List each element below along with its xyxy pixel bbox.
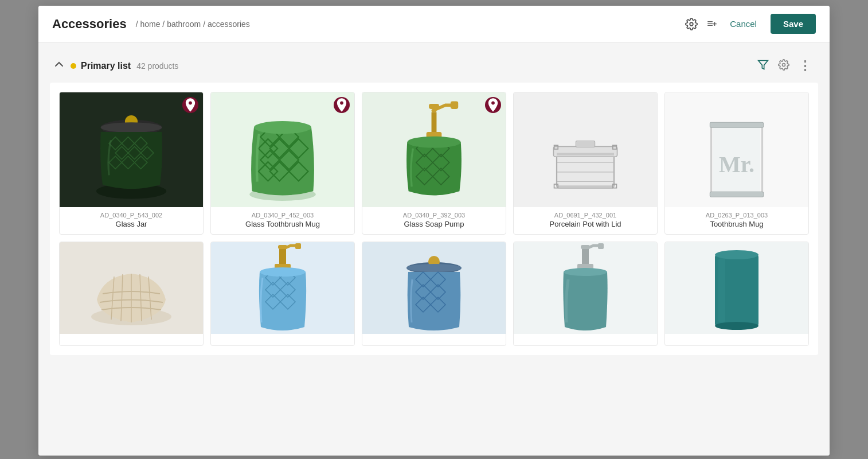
product-image xyxy=(60,92,203,207)
svg-point-0 xyxy=(690,22,693,26)
svg-rect-39 xyxy=(295,243,301,249)
product-info xyxy=(362,334,506,345)
product-info: AD_0340_P_543_002 Glass Jar xyxy=(60,207,203,234)
svg-rect-11 xyxy=(451,102,458,109)
product-image xyxy=(514,92,657,207)
status-dot xyxy=(71,63,76,69)
svg-rect-29 xyxy=(710,122,763,127)
product-image xyxy=(211,242,354,334)
product-sku: AD_0340_P_543_002 xyxy=(65,212,197,219)
save-button[interactable]: Save xyxy=(771,14,816,34)
product-info: AD_0340_P_392_003 Glass Soap Pump xyxy=(362,207,506,234)
product-card[interactable]: Mr. AD_0263_P_013_003 Toothbrush Mug xyxy=(664,92,809,235)
list-count: 42 products xyxy=(136,61,178,71)
svg-point-14 xyxy=(407,137,460,148)
product-info: AD_0691_P_432_001 Porcelain Pot with Lid xyxy=(514,207,657,234)
product-image xyxy=(665,242,808,334)
product-card[interactable] xyxy=(513,242,658,346)
add-columns-button[interactable]: ≡+ xyxy=(702,14,721,33)
svg-point-45 xyxy=(406,264,462,272)
product-image xyxy=(211,92,354,207)
product-card[interactable]: AD_0340_P_452_003 Glass Toothbrush Mug xyxy=(210,92,355,235)
product-name: Glass Toothbrush Mug xyxy=(217,220,349,228)
svg-point-42 xyxy=(260,267,306,277)
svg-rect-47 xyxy=(598,243,604,249)
svg-rect-31 xyxy=(710,192,763,197)
modal-body: Primary list 42 products ⋮ xyxy=(38,42,830,456)
svg-rect-17 xyxy=(557,153,614,155)
product-card[interactable] xyxy=(59,242,204,346)
modal-overlay: Accessories / home / bathroom / accessor… xyxy=(0,0,868,459)
collapse-button[interactable] xyxy=(52,60,66,72)
product-name: Toothbrush Mug xyxy=(671,220,803,228)
product-sku: AD_0340_P_392_003 xyxy=(368,212,500,219)
settings-button[interactable] xyxy=(681,14,702,34)
list-name: Primary list xyxy=(81,61,131,71)
svg-rect-12 xyxy=(432,112,437,134)
pin-badge xyxy=(334,97,350,113)
product-card[interactable]: AD_0340_P_392_003 Glass Soap Pump xyxy=(362,92,506,235)
product-card[interactable] xyxy=(664,242,809,346)
product-name: Glass Jar xyxy=(65,220,197,228)
product-name: Porcelain Pot with Lid xyxy=(519,220,651,228)
product-info xyxy=(60,334,203,345)
product-card[interactable] xyxy=(362,242,506,346)
svg-point-2 xyxy=(783,63,785,66)
svg-rect-53 xyxy=(718,258,725,322)
product-image xyxy=(514,242,657,334)
product-sku: AD_0263_P_013_003 xyxy=(671,212,803,219)
product-image: Mr. xyxy=(665,92,808,207)
product-name: Glass Soap Pump xyxy=(368,220,500,228)
svg-rect-19 xyxy=(576,141,595,147)
filter-button[interactable] xyxy=(753,57,773,76)
svg-rect-15 xyxy=(557,153,614,188)
list-header: Primary list 42 products ⋮ xyxy=(50,52,818,83)
pin-badge xyxy=(182,97,198,113)
svg-point-50 xyxy=(564,268,607,276)
svg-marker-1 xyxy=(758,60,768,69)
product-image xyxy=(60,242,203,334)
pin-badge xyxy=(485,97,501,113)
list-settings-button[interactable] xyxy=(773,57,794,76)
list-more-button[interactable]: ⋮ xyxy=(794,56,816,76)
svg-point-6 xyxy=(101,122,162,133)
product-image xyxy=(362,92,506,207)
product-card[interactable]: AD_0340_P_543_002 Glass Jar xyxy=(59,92,204,235)
product-sku: AD_0691_P_432_001 xyxy=(519,212,651,219)
svg-point-52 xyxy=(715,250,758,259)
modal-title: Accessories xyxy=(52,17,127,32)
product-image xyxy=(362,242,506,334)
svg-point-8 xyxy=(254,121,311,134)
cancel-button[interactable]: Cancel xyxy=(721,14,766,33)
svg-rect-40 xyxy=(279,249,286,265)
products-grid: AD_0340_P_543_002 Glass Jar xyxy=(50,83,818,355)
modal: Accessories / home / bathroom / accessor… xyxy=(38,6,830,456)
breadcrumb: / home / bathroom / accessories xyxy=(136,20,250,29)
product-card[interactable] xyxy=(210,242,355,346)
product-info xyxy=(514,334,657,345)
product-info xyxy=(665,334,808,345)
svg-point-54 xyxy=(715,322,758,330)
svg-rect-18 xyxy=(557,185,614,188)
product-info: AD_0340_P_452_003 Glass Toothbrush Mug xyxy=(211,207,354,234)
product-sku: AD_0340_P_452_003 xyxy=(217,212,349,219)
product-info xyxy=(211,334,354,345)
product-info: AD_0263_P_013_003 Toothbrush Mug xyxy=(665,207,808,234)
modal-header: Accessories / home / bathroom / accessor… xyxy=(38,6,830,42)
product-card[interactable]: AD_0691_P_432_001 Porcelain Pot with Lid xyxy=(513,92,658,235)
svg-rect-48 xyxy=(582,249,589,265)
svg-text:Mr.: Mr. xyxy=(719,151,754,177)
